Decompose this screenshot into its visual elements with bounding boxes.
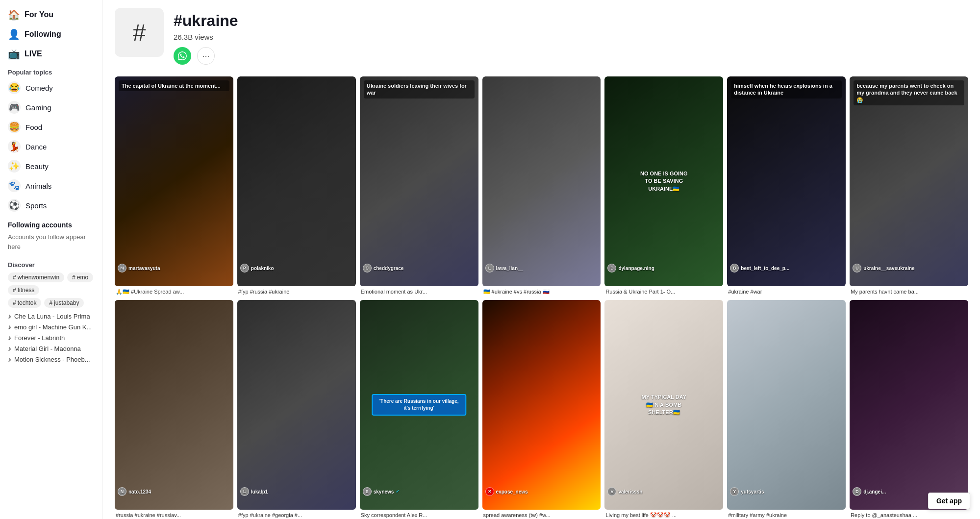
hashtag-header: # #ukraine 26.3B views ··· <box>115 8 968 65</box>
gaming-icon: 🎮 <box>8 101 21 114</box>
hashtag-icon-box: # <box>115 8 164 57</box>
song-item-4[interactable]: ♪Motion Sickness - Phoeb... <box>8 354 95 365</box>
song-item-1[interactable]: ♪emo girl - Machine Gun K... <box>8 321 95 332</box>
video-overlay-top-7: because my parents went to check on my g… <box>854 80 964 105</box>
tag-whenwomenwin[interactable]: #whenwomenwin <box>8 272 64 282</box>
music-icon-0: ♪ <box>8 312 11 320</box>
topic-item-animals[interactable]: 🐾Animals <box>0 176 102 196</box>
video-card-14[interactable]: Ddj.angei...Reply to @_anasteushaa ... <box>850 300 968 519</box>
following-accounts-desc: Accounts you follow appear here <box>8 232 95 251</box>
sports-icon: ⚽ <box>8 199 21 212</box>
video-card-1[interactable]: The capital of Ukraine at the moment...M… <box>115 76 233 296</box>
video-card-5[interactable]: NO ONE IS GOING TO BE SAVING UKRAINE🇺🇦Dd… <box>604 76 723 296</box>
discover-section: Discover #whenwomenwin#emo#fitness#techt… <box>0 256 102 370</box>
author-name-5: dylanpage.ning <box>618 266 654 271</box>
video-card-13[interactable]: Yyutsyartis#military #army #ukraine <box>727 300 846 519</box>
video-card-7[interactable]: because my parents went to check on my g… <box>850 76 968 296</box>
topic-item-comedy[interactable]: 😂Comedy <box>0 78 102 98</box>
music-icon-4: ♪ <box>8 355 11 363</box>
food-label: Food <box>25 123 42 131</box>
beauty-icon: ✨ <box>8 160 21 173</box>
popular-topics-label: Popular topics <box>0 64 102 78</box>
author-name-3: cheddygrace <box>374 266 404 271</box>
song-item-2[interactable]: ♪Forever - Labrinth <box>8 332 95 343</box>
popular-topics-section: Popular topics <box>0 64 102 78</box>
more-options-button[interactable]: ··· <box>197 47 215 65</box>
topics-section: 😂Comedy🎮Gaming🍔Food💃Dance✨Beauty🐾Animals… <box>0 78 102 215</box>
comedy-label: Comedy <box>25 84 53 92</box>
song-label-1: emo girl - Machine Gun K... <box>14 323 92 331</box>
video-caption-7: My parents havnt came ba... <box>850 286 968 296</box>
song-label-2: Forever - Labrinth <box>14 334 65 342</box>
nav-item-for-you[interactable]: 🏠For You <box>0 5 102 25</box>
animals-icon: 🐾 <box>8 179 21 192</box>
song-item-0[interactable]: ♪Che La Luna - Louis Prima <box>8 311 95 321</box>
topic-item-food[interactable]: 🍔Food <box>0 117 102 137</box>
video-card-11[interactable]: ✕expose_newsspread awareness (tw) #w... <box>482 300 601 519</box>
main-content: # #ukraine 26.3B views ··· The capital o… <box>103 0 980 519</box>
hashtag-icon-whenwomenwin: # <box>13 274 16 281</box>
video-overlay-center-12: MY TYPICAL DAY 🇺🇦IN A BOMB SHELTER🇺🇦 <box>634 390 694 420</box>
sidebar: 🏠For You👤Following📺LIVE Popular topics 😂… <box>0 0 103 519</box>
video-overlay-box-10: 'There are Russians in our village, it's… <box>372 394 466 416</box>
video-author-10: Sskynews✓ <box>363 487 476 496</box>
sports-label: Sports <box>25 201 47 210</box>
author-avatar-6: B <box>730 264 739 272</box>
hashtag-icon-techtok: # <box>13 299 16 306</box>
video-card-9[interactable]: Llukalp1#fyp #ukraine #georgia #... <box>237 300 356 519</box>
video-card-8[interactable]: Nnato.1234#russia #ukraine #russiav... <box>115 300 233 519</box>
video-grid: The capital of Ukraine at the moment...M… <box>115 76 968 519</box>
for-you-label: For You <box>25 10 53 19</box>
tag-fitness[interactable]: #fitness <box>8 285 39 295</box>
gaming-label: Gaming <box>25 103 51 112</box>
tag-emo[interactable]: #emo <box>67 272 93 282</box>
following-icon: 👤 <box>8 28 20 40</box>
video-author-11: ✕expose_news <box>485 487 598 496</box>
video-caption-10: Sky correspondent Alex R... <box>360 510 478 519</box>
dance-label: Dance <box>25 143 47 151</box>
video-card-6[interactable]: himself when he hears explosions in a di… <box>727 76 846 296</box>
discover-title: Discover <box>8 261 95 269</box>
hashtag-title: #ukraine <box>174 12 238 30</box>
tag-techtok[interactable]: #techtok <box>8 298 41 308</box>
video-caption-9: #fyp #ukraine #georgia #... <box>237 510 356 519</box>
author-avatar-7: U <box>853 264 861 272</box>
video-card-4[interactable]: Llawa_lian__🇺🇦 #ukraine #vs #russia 🇷🇺 <box>482 76 601 296</box>
video-author-3: Ccheddygrace <box>363 264 476 272</box>
whatsapp-share-button[interactable] <box>174 47 191 65</box>
hashtag-views: 26.3B views <box>174 33 238 41</box>
author-avatar-9: L <box>240 487 249 496</box>
video-card-3[interactable]: Ukraine soldiers leaving their wives for… <box>360 76 478 296</box>
video-card-2[interactable]: Ppolakniko#fyp #russia #ukraine <box>237 76 356 296</box>
topic-item-beauty[interactable]: ✨Beauty <box>0 156 102 176</box>
nav-item-live[interactable]: 📺LIVE <box>0 44 102 64</box>
topic-item-dance[interactable]: 💃Dance <box>0 137 102 156</box>
video-author-9: Llukalp1 <box>240 487 353 496</box>
video-card-10[interactable]: 'There are Russians in our village, it's… <box>360 300 478 519</box>
author-name-11: expose_news <box>496 489 528 494</box>
tag-justababy[interactable]: #justababy <box>44 298 84 308</box>
author-name-12: valerisssh <box>618 489 642 494</box>
nav-item-following[interactable]: 👤Following <box>0 25 102 44</box>
topic-item-gaming[interactable]: 🎮Gaming <box>0 98 102 117</box>
video-author-13: Yyutsyartis <box>730 487 843 496</box>
nav-section: 🏠For You👤Following📺LIVE <box>0 5 102 64</box>
dance-icon: 💃 <box>8 140 21 153</box>
author-avatar-2: P <box>240 264 249 272</box>
video-card-12[interactable]: MY TYPICAL DAY 🇺🇦IN A BOMB SHELTER🇺🇦Vval… <box>604 300 723 519</box>
author-avatar-10: S <box>363 487 372 496</box>
live-label: LIVE <box>25 49 42 58</box>
video-caption-11: spread awareness (tw) #w... <box>482 510 601 519</box>
video-caption-3: Emotional moment as Ukr... <box>360 286 478 296</box>
animals-label: Animals <box>25 182 51 190</box>
video-caption-6: #ukraine #war <box>727 286 846 296</box>
video-caption-2: #fyp #russia #ukraine <box>237 286 356 296</box>
topic-item-sports[interactable]: ⚽Sports <box>0 196 102 215</box>
author-avatar-12: V <box>607 487 616 496</box>
get-app-button[interactable]: Get app <box>928 493 970 509</box>
author-avatar-4: L <box>485 264 494 272</box>
author-avatar-11: ✕ <box>485 487 494 496</box>
hashtag-icon-justababy: # <box>49 299 52 306</box>
song-item-3[interactable]: ♪Material Girl - Madonna <box>8 343 95 354</box>
author-name-7: ukraine__saveukraine <box>863 266 915 271</box>
